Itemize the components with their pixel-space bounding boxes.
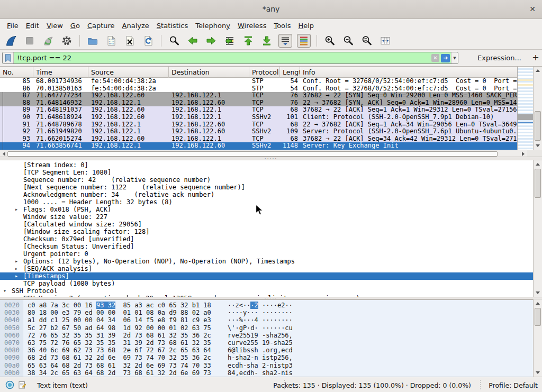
scroll-right-icon[interactable]	[520, 151, 526, 157]
detail-line[interactable]: [Window size scaling factor: 128]	[0, 228, 542, 235]
packet-row-90[interactable]: 9071.648618924192.168.122.60192.168.122.…	[0, 114, 517, 121]
display-filter-input[interactable]: !tcp.port == 22 ✕ ➜ ▼	[2, 52, 458, 64]
detail-line[interactable]: [Calculated window size: 29056]	[0, 221, 542, 228]
hex-ascii[interactable]: rve25519 -sha256,	[228, 332, 293, 339]
hex-ascii[interactable]: ··z<···2 ····e2··	[228, 302, 293, 309]
hex-bytes[interactable]: a1 dd c1 25 00 00 04 34 06 14 f5 e8 f9 8…	[28, 316, 211, 324]
hex-row-0070[interactable]: 007063 75 72 76 65 32 35 35 31 39 2d 73 …	[0, 339, 542, 347]
packet-row-89[interactable]: 8971.648191037192.168.122.60192.168.122.…	[0, 106, 517, 114]
detail-line[interactable]: [TCP Segment Len: 1080]	[0, 169, 542, 176]
column-header-time[interactable]: Time	[33, 67, 88, 78]
detail-line[interactable]: Window size value: 227	[0, 213, 542, 221]
capture-options-button[interactable]	[60, 34, 74, 48]
stop-capture-button[interactable]	[23, 34, 37, 48]
packet-row-91[interactable]: 9171.648789678192.168.122.1192.168.122.6…	[0, 121, 517, 129]
column-header-source[interactable]: Source	[88, 67, 169, 78]
packet-row-93[interactable]: 9371.662015274192.168.122.60192.168.122.…	[0, 135, 517, 143]
packet-list-hscroll-thumb[interactable]	[7, 151, 498, 157]
scroll-left-icon[interactable]	[1, 151, 7, 157]
column-header-no[interactable]: No.	[0, 67, 33, 78]
go-to-packet-button[interactable]	[223, 34, 237, 48]
colorize-button[interactable]	[297, 34, 311, 48]
hex-row-00a0[interactable]: 00a065 63 64 68 2d 73 68 61 32 2d 6e 69 …	[0, 362, 542, 369]
detail-line[interactable]: ▸Flags: 0x018 (PSH, ACK)	[0, 206, 542, 213]
go-first-button[interactable]	[241, 34, 255, 48]
reload-file-button[interactable]	[141, 34, 155, 48]
close-window-icon[interactable]: ✕	[529, 5, 536, 13]
menu-tools[interactable]: Tools	[270, 20, 294, 31]
hex-row-00b0[interactable]: 00b038 34 2c 65 63 64 68 2d 73 68 61 32 …	[0, 369, 542, 377]
hex-row-0080[interactable]: 008036 40 6c 69 62 73 73 68 2e 6f 72 67 …	[0, 347, 542, 354]
column-header-info[interactable]: Info	[300, 67, 518, 78]
hex-ascii[interactable]: 84,ecdh- sha2-nis	[228, 369, 293, 377]
hex-ascii[interactable]: 6@libssh .org,ecd	[228, 347, 293, 354]
packet-row-88[interactable]: 8871.648146932192.168.122.1192.168.122.6…	[0, 99, 517, 107]
collapsed-arrow-icon[interactable]: ▸	[15, 272, 18, 280]
restart-capture-button[interactable]	[41, 34, 55, 48]
menu-wireless[interactable]: Wireless	[234, 20, 270, 31]
expression-button[interactable]: Expression...	[477, 54, 521, 62]
hex-bytes[interactable]: 5c 27 b2 67 50 ad 64 98 1d 92 00 00 01 0…	[28, 324, 211, 332]
save-file-button[interactable]: 010101100011	[104, 34, 118, 48]
detail-line[interactable]: ▸[SEQ/ACK analysis]	[0, 265, 542, 272]
scroll-down-icon[interactable]	[534, 289, 542, 297]
filter-clear-icon[interactable]: ✕	[431, 54, 439, 62]
open-file-button[interactable]	[86, 34, 100, 48]
packet-row-94[interactable]: 9471.663856741192.168.122.1192.168.122.6…	[0, 142, 517, 150]
column-header-length[interactable]: Length	[280, 67, 300, 78]
expert-info-icon[interactable]	[5, 380, 14, 391]
packet-row-87[interactable]: 8771.647777234192.168.122.60192.168.122.…	[0, 92, 517, 99]
zoom-in-button[interactable]	[323, 34, 337, 48]
bytes-vscrollbar[interactable]	[533, 299, 542, 377]
hex-row-0090[interactable]: 009068 2d 73 68 61 32 2d 6e 69 73 74 70 …	[0, 354, 542, 361]
packet-list-scroll-thumb[interactable]	[535, 111, 541, 141]
filter-dropdown-icon[interactable]: ▼	[451, 52, 458, 63]
hex-bytes[interactable]: 36 40 6c 69 62 73 73 68 2e 6f 72 67 2c 6…	[28, 347, 211, 354]
pane-splitter-top[interactable]: ·····	[0, 157, 542, 160]
hex-ascii[interactable]: \'·gP·d· ······cu	[228, 324, 293, 332]
detail-line[interactable]: Checksum: 0x79ed [unverified]	[0, 235, 542, 243]
detail-line[interactable]: Sequence number: 42 (relative sequence n…	[0, 176, 542, 184]
menu-file[interactable]: File	[3, 20, 22, 31]
column-header-destination[interactable]: Destination	[169, 67, 249, 78]
menu-go[interactable]: Go	[67, 20, 84, 31]
status-profile[interactable]: Profile: Default	[489, 381, 538, 389]
detail-line[interactable]: [Checksum Status: Unverified]	[0, 243, 542, 250]
collapsed-arrow-icon[interactable]: ▸	[15, 258, 18, 265]
zoom-out-button[interactable]	[341, 34, 355, 48]
find-packet-button[interactable]	[167, 34, 181, 48]
menu-edit[interactable]: Edit	[22, 20, 43, 31]
menu-capture[interactable]: Capture	[84, 20, 119, 31]
hex-row-0030[interactable]: 003080 18 00 e3 79 ed 00 00 01 01 08 0a …	[0, 309, 542, 316]
resize-columns-button[interactable]	[378, 34, 392, 48]
go-forward-button[interactable]	[204, 34, 218, 48]
hex-bytes[interactable]: 68 2d 73 68 61 32 2d 6e 69 73 74 70 32 3…	[28, 354, 211, 361]
hex-bytes[interactable]: 63 75 72 76 65 32 35 35 31 39 2d 73 68 6…	[28, 339, 211, 347]
capture-comment-icon[interactable]	[18, 380, 26, 391]
detail-line[interactable]: ▸Options: (12 bytes), No-Operation (NOP)…	[0, 258, 542, 265]
hex-ascii[interactable]: h-sha2-n istp256,	[228, 354, 293, 361]
collapsed-arrow-icon[interactable]: ▸	[15, 265, 18, 272]
hex-ascii[interactable]: ecdh-sha 2-nistp3	[228, 362, 293, 369]
detail-line[interactable]: TCP payload (1080 bytes)	[0, 280, 542, 287]
auto-scroll-button[interactable]	[278, 34, 292, 48]
collapsed-arrow-icon[interactable]: ▸	[15, 206, 18, 213]
zoom-original-button[interactable]	[360, 34, 374, 48]
go-last-button[interactable]	[260, 34, 274, 48]
hex-bytes[interactable]: 65 63 64 68 2d 73 68 61 32 2d 6e 69 73 7…	[28, 362, 211, 369]
scroll-up-icon[interactable]	[534, 67, 542, 75]
hex-ascii[interactable]: curve255 19-sha25	[228, 339, 293, 347]
scroll-up-icon[interactable]	[534, 160, 542, 168]
detail-line[interactable]: Urgent pointer: 0	[0, 250, 542, 258]
scroll-down-icon[interactable]	[534, 142, 542, 150]
filter-apply-icon[interactable]: ➜	[441, 54, 450, 62]
bytes-scroll-thumb[interactable]	[535, 308, 541, 326]
menu-view[interactable]: View	[43, 20, 67, 31]
scroll-up-icon[interactable]	[534, 299, 542, 307]
detail-line[interactable]: ▾SSH Protocol	[0, 287, 542, 295]
hex-row-0020[interactable]: 0020c0 a8 7a 3c 00 16 93 32 85 a3 ac c0 …	[0, 302, 542, 309]
menu-telephony[interactable]: Telephony	[192, 20, 234, 31]
packet-list-vscrollbar[interactable]	[533, 67, 542, 150]
hex-bytes[interactable]: 80 18 00 e3 79 ed 00 00 01 01 08 0a d9 8…	[28, 309, 211, 316]
title-bar[interactable]: *any ✕	[0, 0, 542, 19]
